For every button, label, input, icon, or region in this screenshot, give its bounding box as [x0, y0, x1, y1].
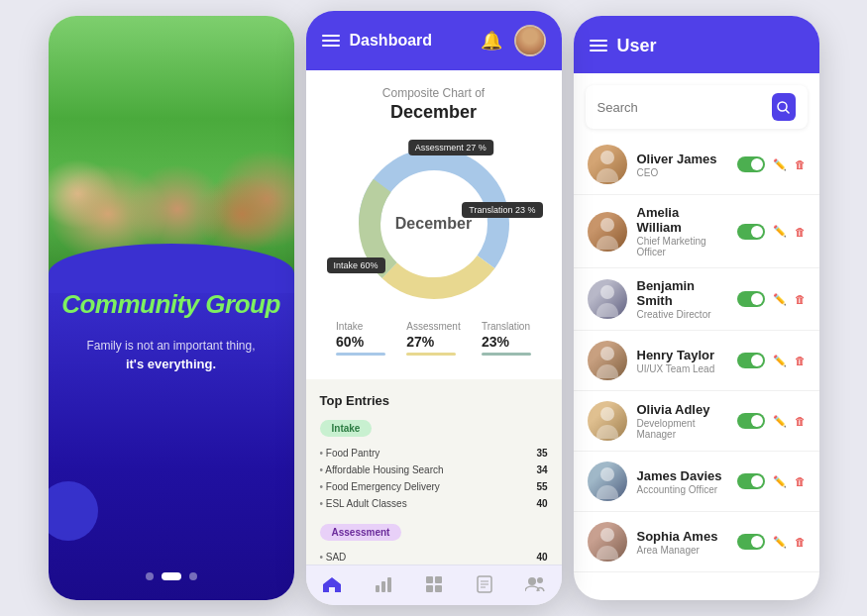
user-actions: ✏️ 🗑 — [737, 473, 806, 489]
nav-document[interactable] — [477, 575, 492, 593]
nav-home[interactable] — [322, 575, 342, 593]
nav-chart[interactable] — [375, 575, 392, 593]
delete-icon[interactable]: 🗑 — [795, 293, 806, 305]
community-blob-decoration — [49, 481, 98, 541]
community-page-dots — [146, 572, 197, 580]
entry-housing: Affordable Housing Search 34 — [320, 462, 548, 478]
delete-icon[interactable]: 🗑 — [795, 536, 806, 548]
dashboard-header-left: Dashboard — [322, 32, 433, 50]
nav-people[interactable] — [525, 576, 545, 592]
user-panel-title: User — [617, 36, 657, 56]
edit-icon[interactable]: ✏️ — [773, 355, 787, 367]
dashboard-content: Composite Chart of December December Ass… — [306, 70, 562, 565]
avatar — [588, 462, 627, 501]
toggle-switch[interactable] — [737, 353, 765, 368]
toggle-switch[interactable] — [737, 224, 765, 240]
user-avatar[interactable] — [514, 25, 546, 56]
user-role: CEO — [637, 167, 727, 178]
home-icon — [322, 575, 342, 593]
chart-legend: Intake 60% Assessment 27% Translation 23… — [322, 321, 546, 356]
user-info: Olivia Adley Development Manager — [637, 402, 727, 440]
dot-3[interactable] — [189, 572, 197, 580]
toggle-switch[interactable] — [737, 156, 765, 172]
hamburger-line-3 — [322, 45, 340, 47]
list-item: Olivia Adley Development Manager ✏️ 🗑 — [574, 391, 819, 452]
svg-rect-8 — [426, 585, 433, 592]
edit-icon[interactable]: ✏️ — [773, 415, 787, 428]
list-item: Oliver James CEO ✏️ 🗑 — [574, 135, 819, 195]
search-input[interactable] — [597, 100, 764, 115]
community-people-image — [49, 16, 294, 273]
user-name: Olivia Adley — [637, 402, 727, 417]
svg-point-15 — [537, 577, 543, 583]
legend-assessment: Assessment 27% — [406, 321, 460, 356]
svg-rect-7 — [435, 576, 442, 583]
toggle-switch[interactable] — [737, 473, 765, 489]
edit-icon[interactable]: ✏️ — [773, 475, 787, 488]
delete-icon[interactable]: 🗑 — [795, 475, 806, 487]
list-item: Sophia Ames Area Manager ✏️ 🗑 — [574, 512, 819, 572]
avatar — [588, 279, 627, 319]
chart-icon — [375, 575, 392, 593]
user-name: Oliver James — [637, 152, 727, 166]
delete-icon[interactable]: 🗑 — [795, 158, 806, 170]
user-actions: ✏️ 🗑 — [737, 224, 806, 240]
user-menu-icon[interactable] — [590, 40, 607, 51]
grid-icon — [425, 575, 443, 593]
user-name: Benjamin Smith — [637, 278, 727, 308]
dot-2[interactable] — [162, 572, 181, 580]
avatar — [588, 522, 627, 562]
user-info: Oliver James CEO — [637, 152, 727, 178]
user-name: Sophia Ames — [637, 529, 727, 544]
toggle-switch[interactable] — [737, 291, 765, 307]
list-item: Henry Taylor UI/UX Team Lead ✏️ 🗑 — [574, 331, 819, 391]
assessment-badge: Assessment 27 % — [408, 140, 493, 155]
avatar — [588, 212, 627, 252]
user-actions: ✏️ 🗑 — [737, 291, 806, 307]
search-icon — [777, 101, 790, 114]
user-header: User — [574, 16, 819, 73]
top-entries-title: Top Entries — [320, 393, 548, 408]
avatar-image — [516, 27, 544, 54]
delete-icon[interactable]: 🗑 — [795, 355, 806, 366]
list-item: James Davies Accounting Officer ✏️ 🗑 — [574, 452, 819, 512]
chart-month: December — [322, 102, 546, 123]
user-info: Amelia William Chief Marketing Officer — [637, 205, 727, 257]
search-bar — [586, 85, 808, 129]
list-item: Amelia William Chief Marketing Officer ✏… — [574, 195, 819, 268]
delete-icon[interactable]: 🗑 — [795, 226, 806, 238]
edit-icon[interactable]: ✏️ — [773, 536, 787, 549]
top-entries-section: Top Entries Intake Food Pantry 35 Afford… — [306, 379, 562, 565]
menu-icon[interactable] — [322, 35, 340, 47]
delete-icon[interactable]: 🗑 — [795, 415, 806, 427]
user-role: Area Manager — [637, 545, 727, 556]
dashboard-title: Dashboard — [350, 32, 433, 50]
community-panel: Community Group Family is not an importa… — [49, 16, 294, 600]
toggle-switch[interactable] — [737, 534, 765, 550]
toggle-switch[interactable] — [737, 413, 765, 429]
intake-badge: Intake 60% — [327, 257, 385, 273]
notification-bell-icon[interactable]: 🔔 — [481, 30, 502, 51]
dot-1[interactable] — [146, 572, 154, 580]
user-name: James Davies — [637, 468, 727, 483]
community-photo — [49, 16, 294, 273]
svg-rect-9 — [435, 585, 442, 592]
user-actions: ✏️ 🗑 — [737, 413, 806, 429]
assessment-category-badge: Assessment — [320, 524, 402, 541]
svg-rect-5 — [387, 577, 391, 592]
nav-grid[interactable] — [425, 575, 443, 593]
chart-subtitle: Composite Chart of — [322, 86, 546, 100]
user-info: Benjamin Smith Creative Director — [637, 278, 727, 320]
donut-center-label: December — [395, 215, 472, 233]
hamburger-line-3 — [590, 50, 607, 51]
avatar — [588, 341, 627, 380]
user-role: Accounting Officer — [637, 484, 727, 495]
search-button[interactable] — [772, 93, 796, 121]
user-info: James Davies Accounting Officer — [637, 468, 727, 495]
edit-icon[interactable]: ✏️ — [773, 158, 787, 171]
entry-esl: ESL Adult Classes 40 — [320, 495, 548, 512]
edit-icon[interactable]: ✏️ — [773, 225, 787, 238]
people-icon — [525, 576, 545, 592]
edit-icon[interactable]: ✏️ — [773, 293, 787, 306]
user-actions: ✏️ 🗑 — [737, 353, 806, 368]
